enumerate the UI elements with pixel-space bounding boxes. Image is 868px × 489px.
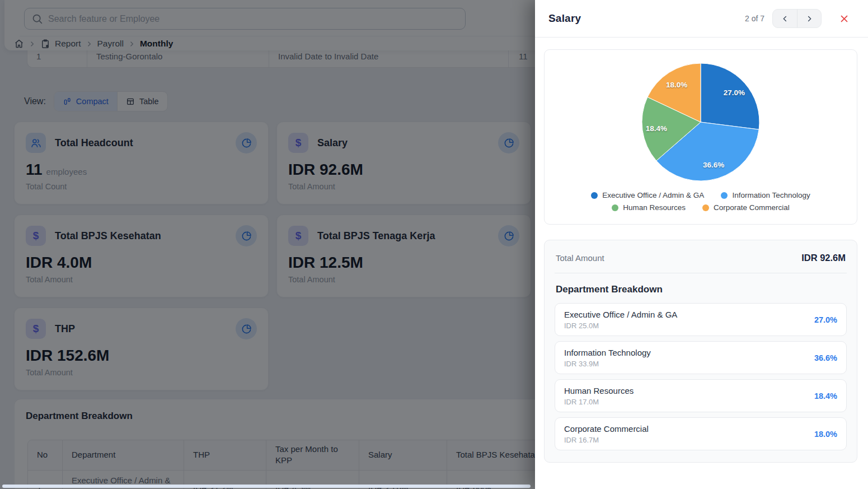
breakdown-item: Information Technology IDR 33.9M 36.6% — [555, 341, 847, 374]
department-amount: IDR 17.0M — [564, 398, 814, 406]
pie-slice-label: 27.0% — [724, 89, 745, 97]
department-amount: IDR 16.7M — [564, 436, 814, 444]
salary-summary-card: Total Amount IDR 92.6M Department Breakd… — [544, 240, 857, 463]
department-name: Corporate Commercial — [564, 424, 814, 434]
department-name: Executive Office / Admin & GA — [564, 310, 814, 319]
app-root: Report Payroll Monthly 1 Testing-Goronta… — [0, 0, 868, 489]
pie-chart-card: 27.0%36.6%18.4%18.0% Executive Office / … — [544, 49, 857, 225]
total-amount-value: IDR 92.6M — [801, 253, 846, 263]
breakdown-item: Human Resources IDR 17.0M 18.4% — [555, 379, 847, 412]
chevron-right-icon — [805, 15, 814, 23]
drawer-header: Salary 2 of 7 — [535, 0, 868, 38]
legend-dot-icon — [702, 204, 709, 211]
legend-dot-icon — [721, 192, 728, 199]
breakdown-title: Department Breakdown — [555, 284, 847, 295]
legend-label: Executive Office / Admin & GA — [602, 191, 704, 199]
close-icon — [839, 14, 849, 24]
breakdown-item: Corporate Commercial IDR 16.7M 18.0% — [555, 417, 847, 450]
department-percent: 18.4% — [814, 392, 837, 400]
legend-dot-icon — [591, 192, 598, 199]
pager-control — [772, 9, 822, 28]
prev-button[interactable] — [773, 10, 797, 27]
horizontal-scrollbar[interactable] — [2, 485, 531, 488]
department-name: Human Resources — [564, 386, 814, 395]
chevron-left-icon — [781, 15, 789, 23]
next-button[interactable] — [797, 10, 821, 27]
department-amount: IDR 33.9M — [564, 360, 814, 368]
legend-item[interactable]: Executive Office / Admin & GA — [591, 191, 704, 199]
department-name: Information Technology — [564, 348, 814, 357]
department-percent: 36.6% — [814, 353, 837, 362]
legend-label: Human Resources — [623, 203, 686, 212]
drawer-title: Salary — [548, 12, 581, 25]
divider — [555, 273, 847, 273]
pie-slice-label: 36.6% — [703, 161, 724, 169]
legend-dot-icon — [612, 204, 618, 211]
legend-item[interactable]: Corporate Commercial — [702, 203, 790, 212]
department-percent: 18.0% — [814, 430, 837, 439]
legend-label: Corporate Commercial — [714, 203, 790, 212]
pager-position: 2 of 7 — [745, 14, 764, 23]
pie-slice-label: 18.4% — [646, 124, 667, 133]
salary-detail-drawer: Salary 2 of 7 27.0%36.6%18.4%18.0% Exe — [535, 0, 868, 489]
close-button[interactable] — [837, 12, 851, 26]
total-amount-row: Total Amount IDR 92.6M — [555, 253, 847, 263]
legend-item[interactable]: Information Technology — [721, 191, 810, 199]
department-amount: IDR 25.0M — [564, 322, 814, 330]
salary-pie-chart: 27.0%36.6%18.4%18.0% — [554, 54, 847, 190]
total-amount-label: Total Amount — [556, 253, 604, 263]
department-percent: 27.0% — [814, 315, 837, 324]
legend-label: Information Technology — [732, 191, 810, 199]
breakdown-item: Executive Office / Admin & GA IDR 25.0M … — [555, 303, 847, 336]
pie-slice-label: 18.0% — [666, 81, 687, 89]
legend-item[interactable]: Human Resources — [612, 203, 686, 212]
chart-legend: Executive Office / Admin & GAInformation… — [566, 191, 835, 212]
